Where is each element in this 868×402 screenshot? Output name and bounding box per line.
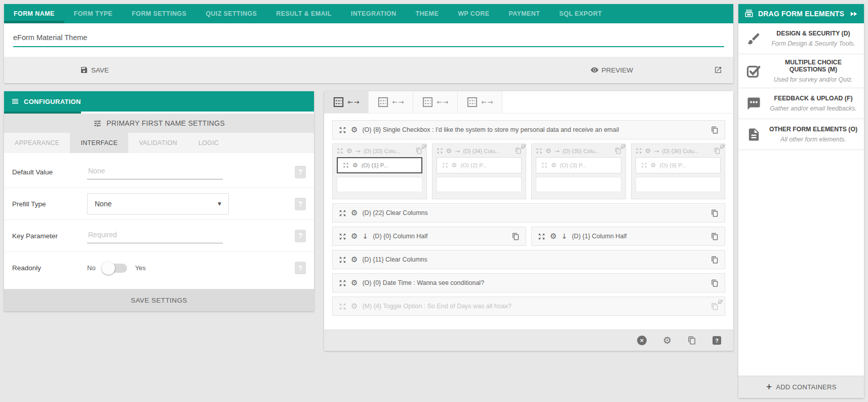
nav-quiz-settings[interactable]: QUIZ SETTINGS — [196, 4, 266, 23]
container-tab-3[interactable]: ←→ — [413, 91, 458, 113]
duplicate-container-button[interactable] — [688, 336, 696, 345]
container-settings-button[interactable]: ⚙ — [663, 336, 672, 345]
drop-zone[interactable] — [636, 177, 721, 192]
drop-zone[interactable] — [536, 177, 621, 192]
copy-icon[interactable] — [416, 148, 422, 154]
prefill-type-select[interactable]: None ▼ — [87, 193, 229, 214]
help-icon[interactable]: ? — [295, 230, 306, 242]
nav-form-name[interactable]: FORM NAME — [4, 4, 64, 23]
move-icon[interactable] — [641, 162, 647, 168]
save-button[interactable]: SAVE — [80, 66, 109, 74]
toggle-knob[interactable] — [102, 262, 115, 275]
nav-form-type[interactable]: FORM TYPE — [64, 4, 123, 23]
column-box-36[interactable]: ⚙ → (D) {36} Colu... ⚙ (O) {9} P... — [631, 143, 726, 199]
container-tab-4[interactable]: ←→ — [458, 91, 502, 113]
copy-icon[interactable] — [512, 233, 520, 240]
drop-zone[interactable] — [437, 177, 522, 192]
add-containers-button[interactable]: + ADD CONTAINERS — [738, 376, 864, 398]
move-icon[interactable] — [636, 148, 642, 154]
nav-wp-core[interactable]: WP CORE — [448, 4, 499, 23]
element-row-column-half-1[interactable]: ⚙ ↓ (D) {1} Column Half — [531, 227, 725, 246]
help-icon[interactable]: ? — [295, 262, 306, 274]
nav-sql-export[interactable]: SQL EXPORT — [549, 4, 611, 23]
tab-appearance[interactable]: APPEARANCE — [4, 133, 70, 153]
sidebar-item-other-elements[interactable]: OTHER FORM ELEMENTS (O) All other form e… — [738, 119, 864, 150]
gear-icon[interactable]: ⚙ — [351, 126, 358, 134]
resize-arrows-icon[interactable]: ←→ — [348, 99, 360, 105]
column-box-33[interactable]: ⚙ → (D) {33} Colu... ⚙ (O) {1} P... — [332, 143, 427, 199]
nav-theme[interactable]: THEME — [406, 4, 448, 23]
move-icon[interactable] — [339, 256, 346, 264]
copy-icon[interactable] — [714, 148, 721, 154]
element-row-clear-columns-11[interactable]: ⚙ (D) {11} Clear Columns — [332, 250, 725, 269]
column-box-34[interactable]: ⚙ → (D) {34} Colu... ⚙ (O) {2} P... — [432, 143, 527, 199]
resize-arrows-icon[interactable]: ←→ — [437, 99, 449, 105]
sidebar-item-feedback-upload[interactable]: FEEDBACK & UPLOAD (F) Gather and/or emai… — [738, 88, 864, 119]
gear-icon[interactable]: ⚙ — [645, 148, 651, 154]
move-icon[interactable] — [339, 279, 346, 287]
sidebar-item-multiple-choice[interactable]: MULTIPLE CHOICE QUESTIONS (M) Used for s… — [738, 54, 864, 88]
delete-container-button[interactable]: × — [637, 336, 647, 345]
inner-element-primary-2[interactable]: ⚙ (O) {2} P... — [437, 157, 522, 173]
inner-element-primary-1[interactable]: ⚙ (O) {1} P... — [337, 157, 422, 173]
gear-icon[interactable]: ⚙ — [346, 148, 352, 154]
copy-icon[interactable] — [711, 303, 719, 310]
element-row-single-checkbox[interactable]: ⚙ (O) {8} Single Checkbox : I'd like the… — [332, 120, 725, 139]
nav-result-email[interactable]: RESULT & EMAIL — [266, 4, 341, 23]
tab-validation[interactable]: VALIDATION — [128, 133, 187, 153]
move-icon[interactable] — [536, 148, 542, 154]
move-icon[interactable] — [339, 303, 346, 310]
nav-payment[interactable]: PAYMENT — [499, 4, 549, 23]
save-settings-button[interactable]: SAVE SETTINGS — [4, 289, 314, 311]
copy-icon[interactable] — [711, 209, 719, 217]
element-row-column-half-0[interactable]: ⚙ ↓ (D) {0} Column Half — [332, 227, 526, 246]
copy-icon[interactable] — [515, 148, 522, 154]
drop-zone[interactable] — [337, 177, 422, 192]
gear-icon[interactable]: ⚙ — [452, 162, 457, 168]
copy-icon[interactable] — [711, 256, 719, 264]
preview-button[interactable]: PREVIEW — [590, 66, 633, 74]
container-tab-2[interactable]: ←→ — [369, 91, 413, 113]
column-box-35[interactable]: ⚙ → (D) {35} Colu... ⚙ (O) {3} P... — [531, 143, 626, 199]
resize-arrows-icon[interactable]: ←→ — [392, 99, 405, 105]
copy-icon[interactable] — [615, 148, 621, 154]
gear-icon[interactable]: ⚙ — [351, 279, 358, 287]
gear-icon[interactable]: ⚙ — [351, 209, 358, 217]
move-icon[interactable] — [339, 209, 346, 217]
gear-icon[interactable]: ⚙ — [545, 148, 551, 154]
move-icon[interactable] — [538, 233, 545, 240]
nav-form-settings[interactable]: FORM SETTINGS — [122, 4, 196, 23]
resize-arrows-icon[interactable]: ←→ — [482, 99, 494, 105]
gear-icon[interactable]: ⚙ — [551, 162, 557, 168]
move-icon[interactable] — [339, 126, 346, 134]
container-tab-1[interactable]: ←→ — [324, 91, 369, 113]
gear-icon[interactable]: ⚙ — [351, 233, 358, 240]
tab-interface[interactable]: INTERFACE — [70, 133, 128, 153]
gear-icon[interactable]: ⚙ — [651, 162, 656, 168]
form-name-input[interactable] — [13, 31, 724, 47]
gear-icon[interactable]: ⚙ — [351, 303, 358, 310]
tab-logic[interactable]: LOGIC — [188, 133, 229, 153]
element-row-toggle-option[interactable]: ⚙ (M) {4} Toggle Option : So End of Days… — [332, 297, 725, 316]
move-icon[interactable] — [437, 148, 443, 154]
sidebar-item-design-security[interactable]: DESIGN & SECURITY (D) Form Design & Secu… — [738, 23, 864, 54]
copy-icon[interactable] — [711, 233, 719, 240]
collapse-panel-icon[interactable] — [849, 10, 858, 18]
gear-icon[interactable]: ⚙ — [550, 233, 557, 240]
readonly-toggle[interactable] — [104, 264, 127, 273]
help-icon[interactable]: ? — [295, 166, 306, 178]
key-parameter-input[interactable] — [87, 229, 223, 243]
copy-icon[interactable] — [711, 126, 719, 134]
gear-icon[interactable]: ⚙ — [446, 148, 452, 154]
open-external-button[interactable] — [714, 66, 722, 74]
nav-integration[interactable]: INTEGRATION — [341, 4, 406, 23]
inner-element-primary-3[interactable]: ⚙ (O) {3} P... — [536, 157, 621, 173]
gear-icon[interactable]: ⚙ — [351, 256, 358, 264]
element-row-date-time[interactable]: ⚙ (O) {0} Date Time : Wanna see conditio… — [332, 273, 725, 293]
help-icon[interactable]: ? — [295, 198, 306, 210]
move-icon[interactable] — [541, 162, 547, 168]
gear-icon[interactable]: ⚙ — [352, 162, 358, 168]
default-value-input[interactable] — [87, 165, 223, 179]
move-icon[interactable] — [343, 162, 349, 168]
move-icon[interactable] — [337, 148, 343, 154]
